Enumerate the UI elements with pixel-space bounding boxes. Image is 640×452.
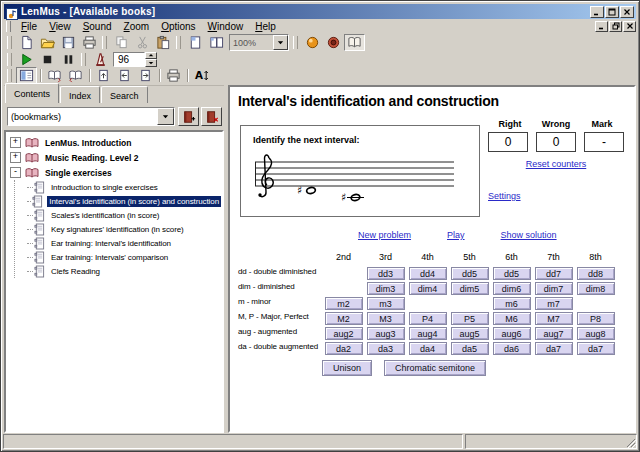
page-icon [34,209,45,222]
go-up-button[interactable] [93,67,114,84]
tab-index[interactable]: Index [60,86,100,103]
chevron-down-icon[interactable] [273,35,288,50]
tempo-value[interactable]: 96 [113,52,145,67]
print-page-button[interactable] [163,67,184,84]
cut-button[interactable] [132,34,153,51]
interval-button-da6[interactable]: da6 [493,342,531,355]
open-book-nav-button[interactable] [44,67,65,84]
tree-item[interactable]: Interval's identification (in score) and… [27,194,221,208]
collapse-expander-icon[interactable]: - [10,167,21,178]
book-nav-icon [68,68,83,83]
tree-root-item[interactable]: -Single exercises [7,165,221,180]
tree-item[interactable]: Scales's identification (in score) [27,208,221,222]
next-page-button[interactable] [135,67,156,84]
app-icon [6,6,18,18]
available-books-button[interactable] [344,34,365,51]
page-icon [34,181,45,194]
open-file-button[interactable] [37,34,58,51]
menu-help[interactable]: Help [249,20,282,33]
close-button[interactable] [620,6,634,18]
bookmarks-row: (bookmarks) [4,103,224,130]
tree-item[interactable]: Ear training: Interval's identification [27,236,221,250]
tree-item-label: Key signatures' identification (in score… [49,224,186,235]
tab-contents[interactable]: Contents [5,83,59,103]
tree-item[interactable]: Clefs Reading [27,264,221,278]
status-bar [3,432,637,449]
tree-item[interactable]: Ear training: Intervals' comparison [27,250,221,264]
interval-button-dim8[interactable]: dim8 [577,282,615,295]
zoom-fit-width-button[interactable] [206,34,227,51]
remove-bookmark-button[interactable] [201,107,222,126]
play-button[interactable] [16,51,37,68]
maximize-button[interactable] [605,6,619,18]
zoom-combo[interactable]: 100% [229,34,289,51]
settings-link[interactable]: Settings [488,191,521,201]
close-book-nav-button[interactable] [65,67,86,84]
chromatic-semitone-button[interactable]: Chromatic semitone [384,360,486,376]
menu-window[interactable]: Window [202,20,250,33]
tab-search[interactable]: Search [101,86,148,103]
toolbar-grip[interactable] [7,36,12,49]
toolbar-grip[interactable] [102,36,107,49]
reset-counters-link[interactable]: Reset counters [482,159,630,169]
copy-button[interactable] [111,34,132,51]
interval-button-dim4[interactable]: dim4 [409,282,447,295]
bookmarks-combobox[interactable]: (bookmarks) [7,107,175,126]
paste-button[interactable] [153,34,174,51]
resize-grip[interactable] [624,436,636,448]
unison-button[interactable]: Unison [322,360,372,376]
print-button[interactable] [79,34,100,51]
menu-file[interactable]: File [15,20,43,33]
toolbar-grip[interactable] [7,53,12,66]
menu-view[interactable]: View [43,20,77,33]
zoom-fit-page-button[interactable] [185,34,206,51]
tree-root-item[interactable]: +LenMus. Introduction [7,135,221,150]
sound-tools-button[interactable] [302,34,323,51]
document-restore-button[interactable] [609,21,622,32]
expand-expander-icon[interactable]: + [10,137,21,148]
minimize-button[interactable] [590,6,604,18]
tempo-spinner[interactable]: 96 [113,52,157,67]
expand-expander-icon[interactable]: + [10,152,21,163]
metronome-button[interactable] [90,51,111,68]
tree-root-item[interactable]: +Music Reading. Level 2 [7,150,221,165]
new-problem-link[interactable]: New problem [358,230,411,240]
font-size-button[interactable]: A [191,67,212,84]
add-bookmark-button[interactable] [178,107,199,126]
column-header-7th: 7th [533,252,574,262]
tree-item[interactable]: Key signatures' identification (in score… [27,222,221,236]
play-link[interactable]: Play [447,230,465,240]
toggle-contents-button[interactable] [16,67,37,84]
wrong-counter: 0 [536,132,576,152]
toolbar-grip[interactable] [176,36,181,49]
document-close-button[interactable] [623,21,636,32]
interval-button-da4[interactable]: da4 [409,342,447,355]
interval-button-da3[interactable]: da3 [367,342,405,355]
interval-button-da7[interactable]: da7 [577,342,615,355]
book-icon [25,152,39,164]
save-button[interactable] [58,34,79,51]
pause-button[interactable] [58,51,79,68]
tree-item[interactable]: Introduction to single exercises [27,180,221,194]
show-solution-link[interactable]: Show solution [501,230,557,240]
interval-button-da2[interactable]: da2 [325,342,363,355]
interval-button-dim5[interactable]: dim5 [451,282,489,295]
previous-page-button[interactable] [114,67,135,84]
toolbar-grip[interactable] [293,36,298,49]
interval-button-da7[interactable]: da7 [535,342,573,355]
book-x-icon [205,110,219,124]
stop-button[interactable] [37,51,58,68]
chevron-down-icon[interactable] [157,108,174,125]
toolbar-grip[interactable] [81,53,86,66]
midi-settings-button[interactable] [323,34,344,51]
interval-button-da5[interactable]: da5 [451,342,489,355]
title-bar: LenMus - [Available books] [4,4,636,19]
menu-zoom[interactable]: Zoom [118,20,156,33]
toolbar-grip[interactable] [7,69,12,82]
document-minimize-button[interactable] [595,21,608,32]
new-score-button[interactable] [16,34,37,51]
menu-sound[interactable]: Sound [77,20,118,33]
column-header-3rd: 3rd [365,252,406,262]
spin-up-button[interactable] [145,52,157,60]
menu-options[interactable]: Options [155,20,201,33]
